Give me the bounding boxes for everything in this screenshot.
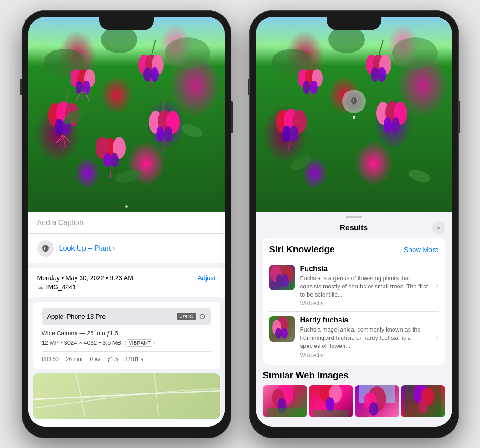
lookup-row[interactable]: Look Up – Plant › — [28, 234, 225, 263]
svg-point-103 — [418, 399, 427, 413]
svg-point-86 — [275, 328, 282, 339]
info-button[interactable] — [139, 425, 159, 427]
svg-rect-95 — [313, 410, 349, 417]
hardy-name: Hardy fuchsia — [300, 316, 431, 324]
results-header: Results × — [256, 218, 452, 238]
adjust-button[interactable]: Adjust — [198, 274, 216, 282]
caption-area[interactable]: Add a Caption — [28, 212, 225, 234]
phone-2: Results × Siri Knowledge Show More — [249, 10, 459, 438]
svg-point-45 — [113, 166, 143, 185]
delete-button[interactable] — [183, 425, 203, 427]
svg-rect-91 — [267, 408, 303, 417]
svg-point-18 — [151, 67, 159, 82]
photo-2 — [256, 17, 452, 212]
svg-point-55 — [303, 81, 310, 94]
fuchsia-desc: Fuchsia is a genus of flowering plants t… — [300, 274, 431, 299]
bottom-toolbar — [28, 419, 225, 427]
svg-point-87 — [281, 328, 288, 339]
svg-line-36 — [162, 142, 165, 152]
camera-name: Apple iPhone 13 Pro — [47, 313, 106, 320]
favorite-button[interactable] — [94, 425, 114, 427]
lookup-icon — [37, 240, 54, 257]
home-indicator-1 — [104, 429, 149, 432]
fuchsia-source: Wikipedia — [300, 300, 431, 307]
meta-section: Monday • May 30, 2022 • 9:23 AM Adjust ☁… — [28, 268, 225, 297]
hardy-source: Wikipedia — [300, 352, 431, 358]
svg-point-73 — [384, 117, 392, 133]
shutter-value: 1/181 s — [126, 356, 143, 362]
notch-2 — [327, 17, 381, 30]
fuchsia-chevron: › — [436, 282, 438, 290]
svg-point-44 — [179, 121, 204, 140]
similar-image-3[interactable] — [355, 385, 399, 417]
hardy-desc: Fuchsia magellanica, commonly known as t… — [300, 326, 431, 351]
svg-point-94 — [325, 397, 334, 412]
camera-header: Apple iPhone 13 Pro JPEG ⊙ — [42, 308, 211, 325]
camera-specs-text: 12 MP • 3024 × 4032 • 3.5 MB — [42, 339, 121, 346]
svg-point-75 — [288, 152, 313, 173]
phone-1: Add a Caption Look Up – Plant › — [22, 10, 231, 438]
similar-images-row — [263, 385, 445, 417]
svg-point-1 — [101, 26, 137, 53]
sim1-svg — [263, 385, 307, 417]
home-indicator-2 — [331, 429, 377, 432]
svg-point-76 — [407, 167, 432, 185]
vibrant-badge: VIBRANT — [125, 339, 155, 347]
svg-point-35 — [164, 126, 172, 142]
svg-point-40 — [111, 153, 119, 167]
fuchsia-thumb-svg — [269, 265, 295, 290]
svg-point-48 — [328, 26, 365, 53]
fuchsia-text: Fuchsia Fuchsia is a genus of flowering … — [300, 265, 431, 307]
svg-point-62 — [371, 67, 379, 82]
flower-svg-2 — [256, 17, 452, 212]
sim2-svg — [309, 385, 353, 417]
svg-point-34 — [156, 126, 164, 142]
close-icon: × — [436, 224, 440, 232]
svg-point-74 — [392, 117, 400, 133]
similar-image-4[interactable] — [401, 385, 445, 417]
sim3-svg — [355, 385, 399, 417]
jpeg-badge: JPEG — [177, 313, 196, 320]
siri-inner — [346, 93, 362, 110]
focal-value: 26 mm — [66, 356, 83, 362]
siri-knowledge-section: Siri Knowledge Show More — [263, 238, 445, 365]
svg-point-56 — [310, 81, 318, 94]
similar-image-1[interactable] — [263, 385, 307, 417]
similar-title: Similar Web Images — [263, 370, 445, 381]
camera-section: Apple iPhone 13 Pro JPEG ⊙ Wide Camera —… — [33, 302, 220, 369]
map-preview[interactable] — [33, 373, 220, 419]
close-button[interactable]: × — [432, 221, 445, 234]
similar-section: Similar Web Images — [263, 370, 445, 417]
ev-value: 0 ev — [90, 356, 101, 362]
fuchsia-name: Fuchsia — [300, 265, 431, 273]
lookup-label: Look Up – Plant › — [59, 244, 115, 252]
svg-point-63 — [378, 67, 386, 82]
meta-date: Monday • May 30, 2022 • 9:23 AM — [37, 274, 133, 282]
svg-point-49 — [392, 37, 438, 69]
phones-container: Add a Caption Look Up – Plant › — [13, 1, 468, 447]
knowledge-item-fuchsia[interactable]: Fuchsia Fuchsia is a genus of flowering … — [269, 260, 439, 312]
svg-rect-82 — [269, 265, 295, 290]
share-button[interactable] — [50, 425, 70, 427]
svg-line-69 — [288, 142, 290, 153]
camera-lens: Wide Camera — 26 mm ƒ1.5 — [42, 330, 211, 337]
sim4-svg — [401, 385, 445, 417]
show-more-button[interactable]: Show More — [404, 246, 439, 253]
svg-point-9 — [83, 81, 90, 94]
results-sheet: Results × Siri Knowledge Show More — [256, 212, 452, 427]
camera-specs: 12 MP • 3024 × 4032 • 3.5 MB VIBRANT — [42, 339, 211, 347]
leaf-icon — [41, 244, 50, 253]
svg-point-68 — [289, 126, 298, 142]
fuchsia-thumbnail — [269, 265, 295, 290]
aperture-value: ƒ1.5 — [107, 356, 118, 362]
siri-knowledge-header: Siri Knowledge Show More — [269, 244, 439, 255]
similar-image-2[interactable] — [309, 385, 353, 417]
siri-button[interactable] — [342, 90, 366, 113]
knowledge-item-hardy[interactable]: Hardy fuchsia Fuchsia magellanica, commo… — [269, 312, 439, 358]
map-roads-svg — [33, 373, 220, 417]
flower-svg — [28, 17, 225, 212]
leaf-siri-icon — [349, 96, 359, 106]
svg-point-41 — [103, 153, 111, 167]
hardy-text: Hardy fuchsia Fuchsia magellanica, commo… — [300, 316, 431, 358]
svg-point-17 — [143, 67, 152, 82]
